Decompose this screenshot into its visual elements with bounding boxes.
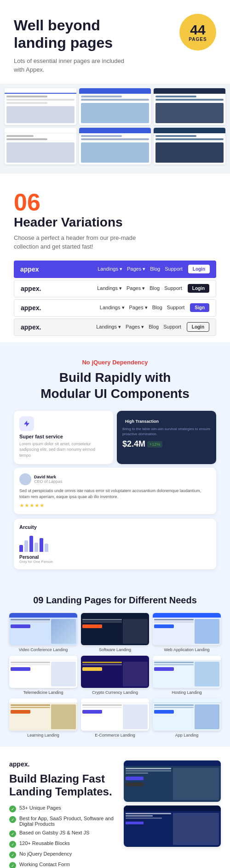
- landing-card-4: Telemedicine Landing: [9, 656, 77, 695]
- landing-label-1: Video Conference Landing: [19, 647, 68, 652]
- check-icon-3: ✓: [9, 830, 16, 837]
- build-rapidly-section: No jQuery Dependency Build Rapidly withM…: [0, 342, 230, 579]
- hv-btn-4[interactable]: Login: [187, 322, 209, 332]
- landing-card-9: App Landing: [153, 698, 221, 738]
- landing-card-2: Software Landing: [81, 613, 149, 652]
- header-var-4: appex. Landings ▾ Pages ▾ Blog Support L…: [14, 318, 216, 336]
- page-thumb-4: [5, 128, 76, 165]
- build-rapidly-title: Build Rapidly withModular UI Components: [14, 369, 216, 402]
- pages-badge: 44 PAGES: [179, 14, 216, 51]
- no-jquery-label: No jQuery Dependency: [14, 359, 216, 366]
- header-var-2: appex. Landings ▾ Pages ▾ Blog Support L…: [14, 280, 216, 297]
- chart-bar-6: [45, 544, 48, 552]
- chart-bar-4: [34, 543, 38, 552]
- chart-bar-1: [19, 545, 23, 552]
- chart-bar-5: [40, 538, 43, 552]
- hv-btn-1[interactable]: Login: [188, 265, 210, 273]
- blazing-section: appex. Build Blazing Fast Landing Templa…: [0, 747, 230, 868]
- reviewer-avatar: [19, 473, 31, 485]
- comp-card-review: David Mark CEO of Lappas Sed ut perspici…: [14, 468, 216, 514]
- hv-logo-3: appex.: [21, 304, 41, 312]
- page-thumb-1: [5, 88, 76, 125]
- comp-card-service: Super fast service Lorem ipsum dolor sit…: [14, 411, 113, 464]
- components-showcase: Super fast service Lorem ipsum dolor sit…: [14, 411, 216, 514]
- feature-item-2: ✓ Best for App, SaaS Product, Software a…: [9, 816, 116, 827]
- blazing-thumb-1: [124, 760, 221, 802]
- page-thumb-5: [79, 128, 151, 165]
- header-variations-desc: Choose a perfect a header from our pre-m…: [14, 233, 161, 251]
- landing-label-3: Web Application Landing: [164, 647, 210, 652]
- hero-description: Lots of essential inner pages are includ…: [14, 57, 133, 74]
- landing-label-4: Telemedicine Landing: [23, 690, 63, 695]
- header-variations-section: 06 Header Variations Choose a perfect a …: [0, 174, 230, 342]
- pages-grid: [0, 84, 230, 174]
- landing-card-8: E-Commerce Landing: [81, 698, 149, 738]
- header-variations-list: appex Landings ▾ Pages ▾ Blog Support Lo…: [14, 261, 216, 338]
- landing-label-7: Learning Landing: [27, 733, 59, 738]
- reviewer-name: David Mark: [34, 475, 63, 479]
- badge-number: 44: [190, 23, 205, 37]
- hero-title: Well beyond landing pages: [14, 17, 143, 52]
- landing-label-6: Hosting Landing: [172, 690, 201, 695]
- landing-card-7: Learning Landing: [9, 698, 77, 738]
- feature-item-3: ✓ Based on Gatsby JS & Next JS: [9, 830, 116, 837]
- check-icon-6: ✓: [9, 862, 16, 868]
- hv-nav-2: Landings ▾ Pages ▾ Blog Support: [97, 285, 182, 291]
- reviewer-role: CEO of Lappas: [34, 479, 63, 484]
- feature-item-5: ✓ No jQuery Dependency: [9, 851, 116, 858]
- check-icon-5: ✓: [9, 851, 16, 858]
- landing-label-5: Crypto Currency Landing: [92, 690, 138, 695]
- transaction-metric: $2.4M +12%: [122, 439, 211, 449]
- hv-nav-1: Landings ▾ Pages ▾ Blog Support: [98, 266, 183, 272]
- feature-list: ✓ 53+ Unique Pages ✓ Best for App, SaaS …: [9, 805, 116, 868]
- landing-label-2: Software Landing: [99, 647, 131, 652]
- plan-sublabel: Only for One Person: [19, 560, 211, 564]
- header-var-3: appex. Landings ▾ Pages ▾ Blog Support S…: [14, 299, 216, 317]
- hv-logo-1: appex: [20, 266, 39, 273]
- landing-card-6: Hosting Landing: [153, 656, 221, 695]
- blazing-left: appex. Build Blazing Fast Landing Templa…: [9, 760, 116, 868]
- variation-count: 06: [14, 190, 216, 214]
- hv-logo-4: appex.: [21, 323, 41, 331]
- landing-pages-section: 09 Landing Pages for Different Needs Vid…: [0, 579, 230, 747]
- feature-item-4: ✓ 120+ Reusable Blocks: [9, 840, 116, 848]
- feature-item-1: ✓ 53+ Unique Pages: [9, 805, 116, 812]
- page-thumb-6: [154, 128, 225, 165]
- hero-section: Well beyond landing pages Lots of essent…: [0, 0, 230, 84]
- blazing-thumb-2: [124, 806, 221, 847]
- landings-grid: Video Conference Landing Software Landin…: [9, 613, 221, 738]
- landing-card-1: Video Conference Landing: [9, 613, 77, 652]
- blazing-logo: appex.: [9, 760, 116, 768]
- review-body: Sed ut perspiciatis unde omnis iste natu…: [19, 488, 211, 500]
- mini-chart: [19, 533, 211, 552]
- landing-pages-title: 09 Landing Pages for Different Needs: [9, 595, 221, 606]
- service-icon: [19, 416, 34, 431]
- badge-label: PAGES: [189, 37, 207, 42]
- blazing-title: Build Blazing Fast Landing Templates.: [9, 772, 116, 799]
- hv-nav-3: Landings ▾ Pages ▾ Blog Support: [100, 305, 185, 311]
- comp-card-chart: Arcuity Personal Only for One Person: [14, 519, 216, 569]
- service-title: Super fast service: [19, 434, 108, 439]
- header-variations-title: Header Variations: [14, 215, 216, 230]
- comp-card-transaction: High Transaction Bring to the table win-…: [117, 411, 216, 464]
- blazing-right: [124, 760, 221, 847]
- hv-btn-2[interactable]: Login: [188, 284, 209, 293]
- transaction-label: High Transaction: [122, 418, 161, 425]
- plan-label: Personal: [19, 555, 211, 560]
- check-icon-2: ✓: [9, 816, 16, 823]
- header-var-1: appex Landings ▾ Pages ▾ Blog Support Lo…: [14, 261, 216, 278]
- feature-item-6: ✓ Working Contact Form: [9, 862, 116, 868]
- review-stars: ★★★★★: [19, 502, 211, 509]
- check-icon-1: ✓: [9, 806, 16, 812]
- reviewer-info: David Mark CEO of Lappas: [19, 473, 211, 485]
- hv-btn-3[interactable]: Sign: [190, 303, 209, 312]
- chart-bar-2: [24, 540, 28, 552]
- service-body: Lorem ipsum dolor sit amet, consetetur s…: [19, 441, 108, 459]
- chart-bar-3: [29, 536, 33, 552]
- landing-label-9: App Landing: [175, 733, 199, 738]
- page-thumb-2: [79, 88, 151, 125]
- check-icon-4: ✓: [9, 841, 16, 848]
- chart-label: Arcuity: [19, 524, 211, 530]
- transaction-desc: Bring to the table win-win survival stra…: [122, 426, 211, 437]
- hv-logo-2: appex.: [21, 285, 41, 292]
